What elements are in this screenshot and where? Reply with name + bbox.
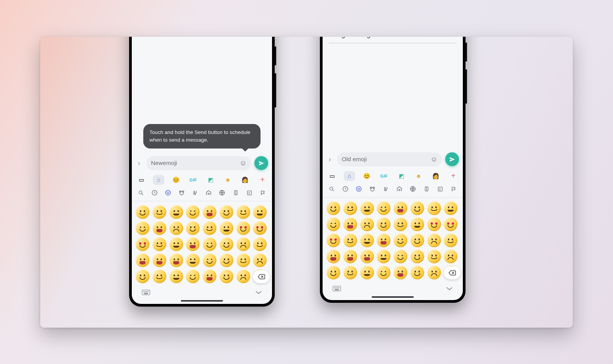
gif-tab[interactable]: GIF [378, 171, 390, 181]
emoji[interactable] [326, 217, 340, 231]
emoji[interactable] [444, 250, 457, 263]
emoji[interactable] [253, 221, 267, 235]
emoji[interactable] [343, 250, 357, 263]
objects-icon[interactable] [421, 184, 432, 194]
emoji[interactable] [427, 201, 441, 215]
symbols-icon[interactable] [244, 188, 255, 198]
emoji[interactable] [236, 221, 250, 235]
emoji[interactable] [326, 233, 340, 247]
backspace-button[interactable] [253, 270, 270, 283]
emoji-grid[interactable] [323, 198, 463, 282]
emoji[interactable] [377, 201, 390, 215]
emoji[interactable] [220, 237, 233, 251]
emoji[interactable] [203, 205, 216, 219]
emoji-toggle-icon[interactable]: ☺ [431, 155, 438, 163]
emoji[interactable] [203, 221, 216, 235]
emoji[interactable] [393, 266, 407, 279]
emoji[interactable] [236, 237, 250, 251]
emoji-tab-icon[interactable]: 😊 [361, 171, 372, 181]
add-tab-icon[interactable]: + [447, 171, 459, 181]
emoji[interactable] [427, 233, 441, 247]
emoji[interactable] [360, 217, 374, 231]
emoji-tab-icon[interactable]: 😊 [170, 175, 182, 185]
emoji[interactable] [253, 253, 267, 267]
emoji[interactable] [427, 266, 441, 279]
nav-bar[interactable] [181, 300, 223, 302]
emoji[interactable] [169, 205, 183, 219]
emoji[interactable] [393, 250, 407, 263]
emoji[interactable] [393, 233, 407, 247]
emoji[interactable] [186, 237, 200, 251]
emoji[interactable] [444, 201, 457, 215]
emoji[interactable] [186, 221, 200, 235]
emoji[interactable] [377, 217, 390, 231]
emoji[interactable] [410, 217, 424, 231]
emoji[interactable] [203, 237, 216, 251]
emoji[interactable] [136, 253, 149, 267]
emoji[interactable] [169, 269, 183, 283]
emoji[interactable] [203, 253, 216, 267]
emoji[interactable] [152, 237, 166, 251]
add-recipient-icon[interactable]: + [452, 37, 457, 40]
keyboard-settings-icon[interactable]: ▭ [136, 175, 147, 185]
emoji-toggle-icon[interactable]: ☺ [240, 159, 247, 167]
sticker-tab-icon[interactable]: ◩ [396, 171, 407, 181]
emoji[interactable] [360, 266, 374, 279]
emoji[interactable] [220, 269, 233, 283]
emoji[interactable] [136, 205, 149, 219]
keyboard-switch-icon[interactable] [333, 286, 341, 292]
recipient-name[interactable]: Craig Federighi [329, 37, 376, 39]
flags-icon[interactable] [448, 184, 459, 194]
emoji[interactable] [427, 250, 441, 263]
search-icon[interactable] [326, 184, 337, 194]
emoji[interactable] [326, 250, 340, 263]
emoji[interactable] [186, 269, 200, 283]
emoji[interactable] [427, 217, 441, 231]
flags-icon[interactable] [257, 188, 268, 198]
kaomoji-tab-icon[interactable]: ☻ [413, 171, 425, 181]
activities-icon[interactable] [408, 184, 418, 194]
food-icon[interactable] [190, 188, 200, 198]
emoji[interactable] [444, 217, 457, 231]
collapse-keyboard-icon[interactable] [255, 290, 262, 295]
emoji[interactable] [360, 201, 374, 215]
home-tab-icon[interactable]: ⌂ [153, 175, 164, 185]
emoji[interactable] [186, 205, 200, 219]
emoji[interactable] [343, 233, 357, 247]
emoji[interactable] [236, 205, 250, 219]
emoji[interactable] [152, 253, 166, 267]
emoji[interactable] [326, 266, 340, 279]
chat-area[interactable] [323, 43, 463, 149]
emoji[interactable] [343, 266, 357, 279]
emoji[interactable] [343, 201, 357, 215]
send-button[interactable] [254, 156, 268, 170]
emoji[interactable] [360, 250, 374, 263]
bitmoji-tab-icon[interactable]: 👩 [430, 171, 442, 181]
emoji[interactable] [410, 266, 424, 279]
emoji[interactable] [136, 237, 149, 251]
backspace-button[interactable] [444, 266, 461, 279]
expand-icon[interactable]: › [135, 159, 143, 167]
expand-icon[interactable]: › [326, 155, 334, 163]
animals-icon[interactable] [367, 184, 378, 194]
search-icon[interactable] [136, 188, 146, 198]
message-input[interactable]: Old emoji ☺ [337, 152, 442, 166]
home-tab-icon[interactable]: ⌂ [344, 171, 355, 181]
emoji[interactable] [253, 205, 267, 219]
send-button[interactable] [445, 152, 459, 166]
emoji[interactable] [152, 205, 166, 219]
food-icon[interactable] [380, 184, 391, 194]
emoji[interactable] [236, 253, 250, 267]
emoji[interactable] [377, 266, 390, 279]
emoji[interactable] [377, 233, 390, 247]
sticker-tab-icon[interactable]: ◩ [205, 175, 216, 185]
emoji[interactable] [169, 237, 183, 251]
emoji[interactable] [169, 221, 183, 235]
emoji[interactable] [220, 205, 233, 219]
add-tab-icon[interactable]: + [257, 175, 268, 185]
objects-icon[interactable] [230, 188, 241, 198]
emoji[interactable] [152, 269, 166, 283]
symbols-icon[interactable] [435, 184, 446, 194]
emoji[interactable] [253, 237, 267, 251]
recent-icon[interactable] [340, 184, 351, 194]
